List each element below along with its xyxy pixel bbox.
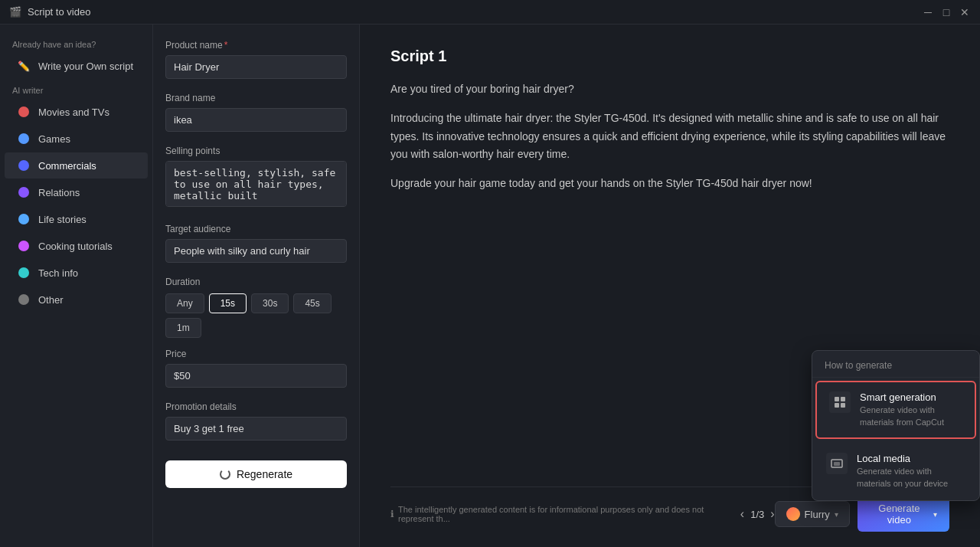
selling-points-label: Selling points [165,146,347,156]
other-label: Other [38,294,64,306]
smart-generation-title: Smart generation [860,391,962,403]
sidebar: Already have an idea? ✏️ Write your Own … [0,25,153,547]
generate-video-button[interactable]: Generate video ▾ [858,496,949,532]
target-audience-input[interactable] [165,239,347,263]
footer-right: Flurry ▾ Generate video ▾ [775,496,949,532]
duration-30s[interactable]: 30s [251,293,289,313]
svg-rect-1 [841,397,845,401]
disclaimer: ℹ The intelligently generated content is… [390,505,740,523]
local-media-desc: Generate video with materials on your de… [857,466,965,490]
sidebar-item-games[interactable]: Games [5,126,148,152]
ai-writer-label: AI writer [0,80,152,98]
other-icon [17,293,31,306]
svg-rect-2 [835,403,839,408]
sidebar-item-other[interactable]: Other [5,287,148,313]
local-media-icon [826,453,848,474]
tech-label: Tech info [38,267,78,279]
duration-group: Duration Any 15s 30s 45s 1m [165,277,347,338]
duration-label: Duration [165,277,347,287]
target-audience-label: Target audience [165,224,347,234]
popup-item-smart[interactable]: Smart generation Generate video with mat… [815,381,976,439]
title-bar: 🎬 Script to video ─ □ ✕ [0,0,980,25]
popup-card: How to generate Smart generation Generat… [812,350,980,501]
smart-generation-icon [829,391,851,413]
info-icon: ℹ [390,509,394,519]
duration-45s[interactable]: 45s [293,293,331,313]
target-audience-group: Target audience [165,224,347,274]
flurry-label: Flurry [805,509,830,520]
sidebar-item-write-own-script[interactable]: ✏️ Write your Own script [5,53,148,79]
sidebar-item-tech[interactable]: Tech info [5,260,148,286]
script-paragraph-2: Introducing the ultimate hair dryer: the… [390,110,949,164]
flurry-button[interactable]: Flurry ▾ [775,501,850,527]
minimize-button[interactable]: ─ [922,6,934,18]
pagination: ‹ 1/3 › [740,507,775,521]
duration-buttons: Any 15s 30s 45s 1m [165,293,347,338]
promotion-label: Promotion details [165,401,347,412]
title-bar-controls: ─ □ ✕ [922,6,971,18]
duration-any[interactable]: Any [165,293,204,313]
brand-name-label: Brand name [165,93,347,103]
price-input[interactable] [165,364,347,388]
relations-label: Relations [38,187,80,198]
title-bar-left: 🎬 Script to video [9,6,90,18]
main-layout: Already have an idea? ✏️ Write your Own … [0,25,980,547]
product-name-label: Product name* [165,40,347,51]
tech-icon [17,266,31,280]
price-group: Price [165,349,347,398]
brand-name-input[interactable] [165,108,347,132]
flurry-avatar [786,507,800,521]
already-have-idea-label: Already have an idea? [0,34,152,52]
sidebar-item-movies[interactable]: Movies and TVs [5,99,148,125]
svg-rect-3 [841,403,845,408]
movies-icon [17,105,31,119]
flurry-chevron-icon: ▾ [835,510,838,519]
product-name-group: Product name* [165,40,347,90]
app-icon: 🎬 [9,6,21,18]
cooking-label: Cooking tutorials [38,241,113,252]
life-stories-icon [17,212,31,226]
price-label: Price [165,349,347,359]
app-title: Script to video [28,6,90,18]
popup-header: How to generate [812,351,979,378]
commercials-label: Commercials [38,160,96,172]
duration-1m[interactable]: 1m [165,318,201,338]
movies-label: Movies and TVs [38,106,109,118]
pen-icon: ✏️ [17,59,31,73]
prev-page-arrow[interactable]: ‹ [740,507,744,521]
sidebar-item-life-stories[interactable]: Life stories [5,206,148,232]
games-label: Games [38,133,70,145]
selling-points-input[interactable]: best-selling, stylish, safe to use on al… [165,161,347,207]
regenerate-label: Regenerate [237,468,292,480]
form-panel: Product name* Brand name Selling points … [153,25,360,547]
promotion-group: Promotion details [165,401,347,451]
sidebar-item-relations[interactable]: Relations [5,179,148,205]
local-media-title: Local media [857,453,965,464]
generate-chevron-icon: ▾ [933,510,937,519]
relations-icon [17,185,31,199]
local-media-text: Local media Generate video with material… [857,453,965,490]
promotion-input[interactable] [165,417,347,441]
sidebar-item-cooking[interactable]: Cooking tutorials [5,233,148,259]
life-stories-label: Life stories [38,214,87,225]
script-title: Script 1 [390,47,949,65]
page-number: 1/3 [750,509,764,520]
duration-15s[interactable]: 15s [209,293,247,313]
script-paragraph-3: Upgrade your hair game today and get you… [390,175,949,193]
close-button[interactable]: ✕ [959,6,971,18]
smart-generation-desc: Generate video with materials from CapCu… [860,405,962,428]
script-panel: Script 1 Are you tired of your boring ha… [360,25,980,547]
disclaimer-text: The intelligently generated content is f… [398,505,740,523]
svg-rect-5 [834,462,840,466]
write-own-script-label: Write your Own script [38,61,133,72]
product-name-input[interactable] [165,55,347,79]
popup-item-local[interactable]: Local media Generate video with material… [812,442,979,500]
regenerate-button[interactable]: Regenerate [165,460,347,488]
cooking-icon [17,239,31,253]
commercials-icon [17,159,31,172]
maximize-button[interactable]: □ [940,6,952,18]
script-paragraph-1: Are you tired of your boring hair dryer? [390,80,949,99]
brand-name-group: Brand name [165,93,347,142]
how-to-generate-popup: How to generate Smart generation Generat… [812,350,980,501]
sidebar-item-commercials[interactable]: Commercials [5,152,148,179]
